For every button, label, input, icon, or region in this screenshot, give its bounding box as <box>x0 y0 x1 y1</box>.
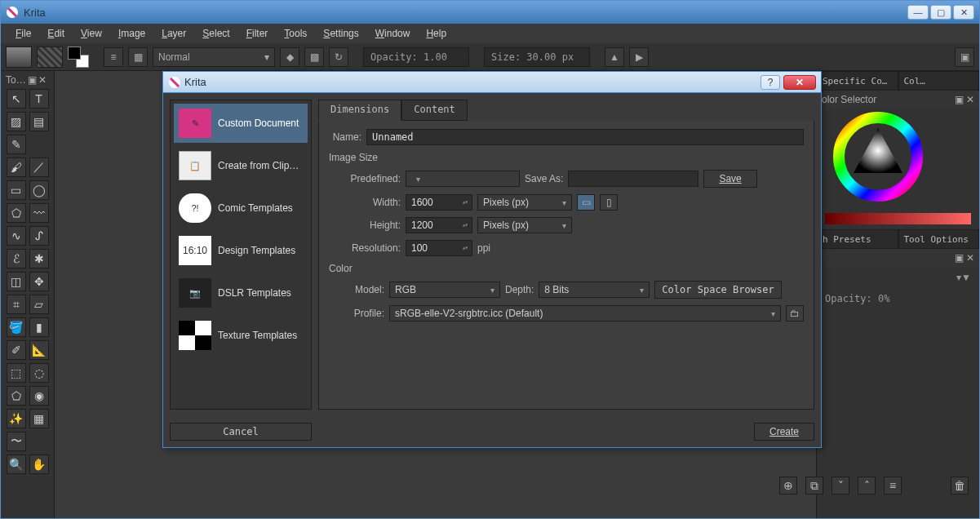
dialog-close-button[interactable]: ✕ <box>783 75 816 90</box>
select-bezier-tool[interactable]: 〜 <box>7 432 26 451</box>
create-button[interactable]: Create <box>754 423 814 441</box>
zoom-tool[interactable]: 🔍 <box>7 455 26 474</box>
move-layer-tool[interactable]: ✥ <box>29 272 49 291</box>
workspace-button[interactable]: ▦ <box>128 47 148 67</box>
tab-dimensions[interactable]: Dimensions <box>318 100 401 121</box>
sidebar-item-design-templates[interactable]: 16:10 Design Templates <box>174 231 308 270</box>
menu-file[interactable]: File <box>7 25 39 42</box>
menu-help[interactable]: Help <box>418 25 455 42</box>
polygon-tool[interactable]: ⬠ <box>7 203 26 223</box>
height-unit-dropdown[interactable]: Pixels (px) <box>477 217 572 233</box>
select-ellipse-tool[interactable]: ◌ <box>29 363 49 383</box>
minimize-button[interactable]: — <box>907 5 929 20</box>
resolution-input[interactable]: 100 <box>406 240 472 256</box>
blend-mode-dropdown[interactable]: Normal▾ <box>153 47 275 67</box>
text-tool[interactable]: T <box>29 89 49 109</box>
edit-shapes-tool[interactable]: ▤ <box>29 112 49 131</box>
multi-brush-tool[interactable]: ✱ <box>29 249 49 268</box>
rect-tool[interactable]: ▭ <box>7 180 26 200</box>
sidebar-item-custom-document[interactable]: ✎ Custom Document <box>174 104 308 143</box>
name-input[interactable] <box>366 129 804 145</box>
color-picker-tool[interactable]: ✐ <box>7 340 26 360</box>
undock-color-icon[interactable]: ▣ ✕ <box>955 94 974 105</box>
menu-settings[interactable]: Settings <box>315 25 366 42</box>
tab-color[interactable]: Col… <box>898 71 980 91</box>
tab-brush-presets[interactable]: h Presets <box>817 229 898 249</box>
size-slider[interactable]: Size: 30.00 px <box>484 47 590 67</box>
crop-tool[interactable]: ⌗ <box>7 295 26 314</box>
mirror-v-button[interactable]: ▶ <box>629 47 649 67</box>
orientation-portrait-button[interactable]: ▯ <box>600 194 618 211</box>
delete-layer-button[interactable]: 🗑 <box>951 477 969 495</box>
layer-opacity-label[interactable]: Opacity: 0% <box>817 288 979 309</box>
tab-specific-color[interactable]: Specific Co… <box>817 71 898 91</box>
calligraphy-tool[interactable]: ✎ <box>7 135 26 154</box>
select-freehand-tool[interactable]: ◉ <box>29 386 49 406</box>
line-tool[interactable]: ／ <box>29 157 49 177</box>
opacity-slider[interactable]: Opacity: 1.00 <box>363 47 469 67</box>
undock-tooloptions-icon[interactable]: ▣ ✕ <box>955 252 974 264</box>
predefined-dropdown[interactable] <box>406 171 520 187</box>
sidebar-item-create-from-clipboard[interactable]: 📋 Create from Clip… <box>174 146 308 185</box>
save-preset-button[interactable]: Save <box>703 170 756 188</box>
menu-image[interactable]: Image <box>110 25 153 42</box>
freehand-path-tool[interactable]: ᔑ <box>29 226 49 246</box>
add-layer-button[interactable]: ⊕ <box>779 477 797 495</box>
profile-dropdown[interactable]: sRGB-elle-V2-srgbtrc.icc (Default) <box>389 305 781 322</box>
undock-icon[interactable]: ▣ <box>28 74 37 86</box>
duplicate-layer-button[interactable]: ⧉ <box>805 477 823 495</box>
dialog-titlebar[interactable]: Krita ? ✕ <box>163 72 821 93</box>
select-poly-tool[interactable]: ⬠ <box>7 386 26 406</box>
mirror-h-button[interactable]: ▲ <box>605 47 624 67</box>
fill-tool[interactable]: 🪣 <box>7 317 26 337</box>
sidebar-item-texture-templates[interactable]: Texture Templates <box>174 316 308 355</box>
menu-filter[interactable]: Filter <box>238 25 277 42</box>
color-space-browser-button[interactable]: Color Space Browser <box>654 281 781 299</box>
select-rect-tool[interactable]: ⬚ <box>7 363 26 383</box>
pattern-edit-tool[interactable]: ▨ <box>7 112 26 131</box>
perspective-tool[interactable]: ▱ <box>29 295 49 314</box>
width-input[interactable]: 1600 <box>406 194 472 211</box>
move-layer-up-button[interactable]: ˄ <box>858 477 876 495</box>
menu-edit[interactable]: Edit <box>39 25 73 42</box>
menu-layer[interactable]: Layer <box>153 25 194 42</box>
menu-select[interactable]: Select <box>194 25 237 42</box>
sidebar-item-comic-templates[interactable]: ?! Comic Templates <box>174 189 308 228</box>
close-panel-icon[interactable]: ✕ <box>38 74 47 86</box>
ellipse-tool[interactable]: ◯ <box>29 180 49 200</box>
gradient-tool[interactable]: ▮ <box>29 317 49 337</box>
polyline-tool[interactable]: 〰 <box>29 203 49 223</box>
gradient-swatch-button[interactable] <box>6 47 32 68</box>
alpha-lock-button[interactable]: ▩ <box>304 47 324 67</box>
pattern-swatch-button[interactable] <box>37 47 63 68</box>
eraser-button[interactable]: ◆ <box>280 47 299 67</box>
color-bar[interactable] <box>825 213 971 224</box>
profile-browse-button[interactable]: 🗀 <box>786 305 804 322</box>
brush-tool[interactable]: 🖌 <box>7 157 26 177</box>
height-input[interactable]: 1200 <box>406 217 472 233</box>
layer-properties-button[interactable]: ≡ <box>884 477 902 495</box>
dynamic-brush-tool[interactable]: ℰ <box>7 249 26 268</box>
color-selector-ring[interactable] <box>829 112 968 210</box>
width-unit-dropdown[interactable]: Pixels (px) <box>477 194 572 211</box>
saveas-input[interactable] <box>568 171 698 187</box>
workspace-chooser-button[interactable]: ▣ <box>955 47 974 67</box>
transform-tool[interactable]: ◫ <box>7 272 26 291</box>
select-similar-tool[interactable]: ▦ <box>29 409 49 428</box>
close-button[interactable]: ✕ <box>953 5 974 20</box>
menu-window[interactable]: Window <box>367 25 419 42</box>
bezier-tool[interactable]: ∿ <box>7 226 26 246</box>
maximize-button[interactable]: ▢ <box>930 5 951 20</box>
tab-tool-options[interactable]: Tool Options <box>898 229 980 249</box>
menu-view[interactable]: View <box>73 25 110 42</box>
cancel-button[interactable]: Cancel <box>170 423 312 441</box>
move-tool[interactable]: ↖ <box>7 89 26 109</box>
model-dropdown[interactable]: RGB <box>389 282 500 298</box>
menu-tools[interactable]: Tools <box>276 25 315 42</box>
select-contiguous-tool[interactable]: ✨ <box>7 409 26 428</box>
reload-brush-button[interactable]: ↻ <box>329 47 348 67</box>
filter-icon[interactable]: ▾▼ <box>956 272 971 283</box>
pan-tool[interactable]: ✋ <box>29 455 49 474</box>
brush-preset-button[interactable]: ≡ <box>104 47 123 67</box>
depth-dropdown[interactable]: 8 Bits <box>539 282 650 298</box>
